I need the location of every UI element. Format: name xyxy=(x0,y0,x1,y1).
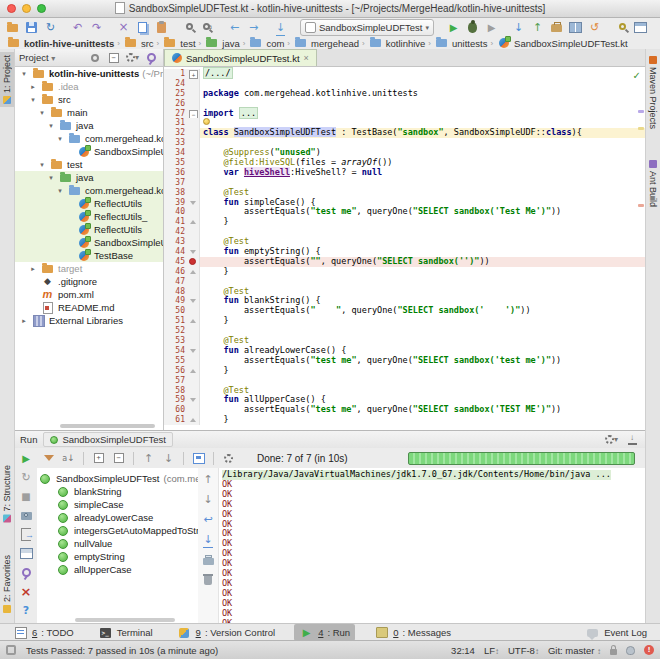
fold-handle-icon[interactable] xyxy=(190,349,196,353)
line-number[interactable]: 52 xyxy=(164,326,188,336)
line-number[interactable]: 57 xyxy=(164,376,188,386)
toolwindow-button-terminal[interactable]: >_Terminal xyxy=(93,624,158,641)
line-number[interactable]: 36 xyxy=(164,168,188,178)
line-number[interactable]: 55 xyxy=(164,356,188,366)
code-editor[interactable]: ✓ 1+/.../2425package com.mergehead.kotli… xyxy=(164,67,645,430)
tree-item-test[interactable]: ▾test xyxy=(15,158,163,171)
gear-icon[interactable]: ▾ xyxy=(604,432,619,447)
tree-expanded-arrow[interactable]: ▾ xyxy=(38,161,46,169)
tree-item-external-libraries[interactable]: ▸External Libraries xyxy=(15,314,163,327)
fold-handle-icon[interactable] xyxy=(190,220,196,224)
line-number[interactable]: 45 xyxy=(164,257,188,267)
last-edit-location-icon[interactable]: ↓ xyxy=(273,20,288,35)
line-number[interactable]: 60 xyxy=(164,405,188,415)
scroll-from-source-icon[interactable] xyxy=(87,50,102,65)
tree-item-java[interactable]: ▾java xyxy=(15,171,163,184)
code-line[interactable]: 40 assertEquals("test me", queryOne("SEL… xyxy=(164,207,645,217)
line-number[interactable]: 37 xyxy=(164,178,188,188)
sort-alpha-icon[interactable]: a↓ xyxy=(61,451,76,466)
intention-bulb-icon[interactable] xyxy=(203,118,210,125)
stripe-button-structure[interactable]: 7: Structure xyxy=(0,462,14,526)
stripe-button-project[interactable]: 1: Project xyxy=(0,52,14,107)
lock-icon[interactable] xyxy=(610,649,617,655)
toolwindow-button-todo[interactable]: 6: TODO xyxy=(8,624,79,641)
test-settings-icon[interactable] xyxy=(221,451,236,466)
fold-handle-icon[interactable] xyxy=(190,319,196,323)
scrollbar-marker[interactable] xyxy=(638,204,644,207)
pin-icon[interactable] xyxy=(144,50,159,65)
fold-handle-icon[interactable] xyxy=(190,299,196,303)
print-icon[interactable] xyxy=(201,552,216,567)
tree-expanded-arrow[interactable]: ▾ xyxy=(38,109,46,117)
paste-icon[interactable] xyxy=(154,20,169,35)
line-number[interactable]: 27 xyxy=(164,109,188,119)
scrollbar-marker[interactable] xyxy=(638,127,644,130)
find-icon[interactable] xyxy=(181,20,196,35)
event-log-button[interactable]: Event Log xyxy=(580,624,652,641)
line-number[interactable]: 43 xyxy=(164,237,188,247)
line-number[interactable]: 59 xyxy=(164,395,188,405)
line-number[interactable]: 31 xyxy=(164,118,188,128)
coverage-icon[interactable]: ▶ xyxy=(484,20,499,35)
line-number[interactable]: 58 xyxy=(164,386,188,396)
tree-item--idea[interactable]: ▸.idea xyxy=(15,80,163,93)
fold-collapse-icon[interactable]: − xyxy=(189,110,198,119)
code-line[interactable]: 32class SandboxSimpleUDFTest : TestBase(… xyxy=(164,128,645,138)
next-failed-icon[interactable]: ↓ xyxy=(161,451,176,466)
hector-icon[interactable] xyxy=(626,646,635,655)
code-line[interactable]: 46 } xyxy=(164,267,645,277)
tree-item-testbase[interactable]: TestBase xyxy=(15,249,163,262)
fold-handle-icon[interactable] xyxy=(190,201,196,205)
inspection-status-icon[interactable]: ✓ xyxy=(633,70,641,81)
cut-icon[interactable]: × xyxy=(116,20,131,35)
close-icon[interactable]: × xyxy=(19,584,34,599)
code-line[interactable]: 45 assertEquals("", queryOne("SELECT san… xyxy=(164,257,645,267)
tree-expanded-arrow[interactable]: ▾ xyxy=(47,174,55,182)
fold-handle-icon[interactable] xyxy=(190,418,196,422)
line-number[interactable]: 33 xyxy=(164,138,188,148)
exit-icon[interactable] xyxy=(19,527,34,542)
tree-item-target[interactable]: ▸target xyxy=(15,262,163,275)
tree-item-src[interactable]: ▾src xyxy=(15,93,163,106)
code-line[interactable]: 27−import ... xyxy=(164,109,645,119)
stop-icon[interactable]: ■ xyxy=(19,489,34,504)
fold-handle-icon[interactable] xyxy=(190,369,196,373)
run-tab[interactable]: SandboxSimpleUDFTest xyxy=(43,432,173,447)
sync-icon[interactable]: ↻ xyxy=(43,20,58,35)
restore-layout-icon[interactable] xyxy=(19,546,34,561)
breakpoint-icon[interactable] xyxy=(189,258,196,265)
rerun-icon[interactable]: ▶ xyxy=(19,451,34,466)
fold-handle-icon[interactable] xyxy=(190,270,196,274)
redo-icon[interactable]: ↷ xyxy=(89,20,104,35)
vcs-branch-selector[interactable]: Git: master ↕ xyxy=(548,645,601,656)
forward-icon[interactable]: → xyxy=(246,20,261,35)
tree-item--gitignore[interactable]: ◆.gitignore xyxy=(15,275,163,288)
tree-expanded-arrow[interactable]: ▾ xyxy=(20,70,28,78)
editor-tab[interactable]: SandboxSimpleUDFTest.kt × xyxy=(164,49,317,66)
line-number[interactable]: 50 xyxy=(164,306,188,316)
clear-icon[interactable] xyxy=(201,572,216,587)
line-number[interactable]: 53 xyxy=(164,336,188,346)
copy-icon[interactable] xyxy=(135,20,150,35)
tool-window-switcher-icon[interactable] xyxy=(6,645,16,655)
tree-collapsed-arrow[interactable]: ▸ xyxy=(29,265,37,273)
tree-item-java[interactable]: ▾java xyxy=(15,119,163,132)
line-number[interactable]: 61 xyxy=(164,415,188,425)
inspect-code-icon[interactable] xyxy=(614,20,629,35)
replace-icon[interactable]: a xyxy=(200,20,215,35)
stripe-button-ant-build[interactable]: Ant Build xyxy=(646,157,660,210)
close-tab-icon[interactable]: × xyxy=(304,53,309,63)
tree-item-sandboxsimpleudf[interactable]: SandboxSimpleUDF xyxy=(15,145,163,158)
line-number[interactable]: 44 xyxy=(164,247,188,257)
error-notification-icon[interactable]: ! xyxy=(644,645,654,655)
toolwindow-button-messages[interactable]: 0: Messages xyxy=(369,624,456,641)
tree-expanded-arrow[interactable]: ▾ xyxy=(56,187,64,195)
stripe-button-favorites[interactable]: 2: Favorites xyxy=(0,552,14,616)
line-number[interactable]: 46 xyxy=(164,267,188,277)
code-line[interactable]: 56 } xyxy=(164,366,645,376)
run-configuration-selector[interactable]: SandboxSimpleUDFTest▾ xyxy=(300,19,434,36)
line-number[interactable]: 32 xyxy=(164,128,188,138)
expand-all-icon[interactable]: + xyxy=(91,451,106,466)
fold-handle-icon[interactable] xyxy=(190,398,196,402)
console[interactable]: ↑↓↩↓ /Library/Java/JavaVirtualMachines/j… xyxy=(198,468,645,624)
